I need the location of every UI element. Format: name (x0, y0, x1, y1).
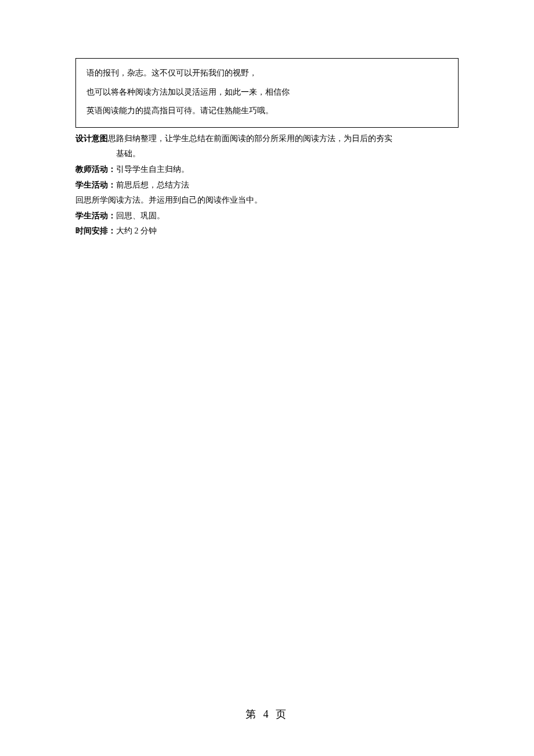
box-line-1: 语的报刊，杂志。这不仅可以开拓我们的视野， (86, 66, 448, 81)
box-line-2: 也可以将各种阅读方法加以灵活运用，如此一来，相信你 (86, 85, 448, 100)
student-activity-2-label: 学生活动： (75, 211, 116, 220)
page-content: 语的报刊，杂志。这不仅可以开拓我们的视野， 也可以将各种阅读方法加以灵活运用，如… (0, 0, 534, 239)
box-line-3: 英语阅读能力的提高指日可待。请记住熟能生巧哦。 (86, 103, 448, 119)
recall-line: 回思所学阅读方法。并运用到自己的阅读作业当中。 (75, 193, 459, 208)
design-intent-line-2: 基础。 (75, 146, 459, 162)
student-activity-2-line: 学生活动：回思、巩固。 (75, 208, 459, 224)
design-intent-line: 设计意图思路归纳整理，让学生总结在前面阅读的部分所采用的阅读方法，为日后的夯实 (75, 131, 459, 147)
page-footer: 第 4 页 (0, 704, 534, 724)
student-activity-1-line: 学生活动：前思后想，总结方法 (75, 178, 459, 193)
design-intent-text-1: 思路归纳整理，让学生总结在前面阅读的部分所采用的阅读方法，为日后的夯实 (108, 134, 392, 143)
teacher-activity-text: 引导学生自主归纳。 (116, 165, 189, 174)
time-arrangement-label: 时间安排： (75, 226, 116, 235)
teacher-activity-label: 教师活动： (75, 165, 116, 174)
time-arrangement-text: 大约 2 分钟 (116, 226, 157, 235)
student-activity-2-text: 回思、巩固。 (116, 211, 165, 220)
student-activity-1-text: 前思后想，总结方法 (116, 181, 189, 189)
design-intent-label: 设计意图 (75, 134, 108, 143)
time-arrangement-line: 时间安排：大约 2 分钟 (75, 224, 459, 239)
teacher-activity-line: 教师活动：引导学生自主归纳。 (75, 162, 459, 178)
excerpt-box: 语的报刊，杂志。这不仅可以开拓我们的视野， 也可以将各种阅读方法加以灵活运用，如… (75, 58, 459, 128)
student-activity-1-label: 学生活动： (75, 181, 116, 189)
